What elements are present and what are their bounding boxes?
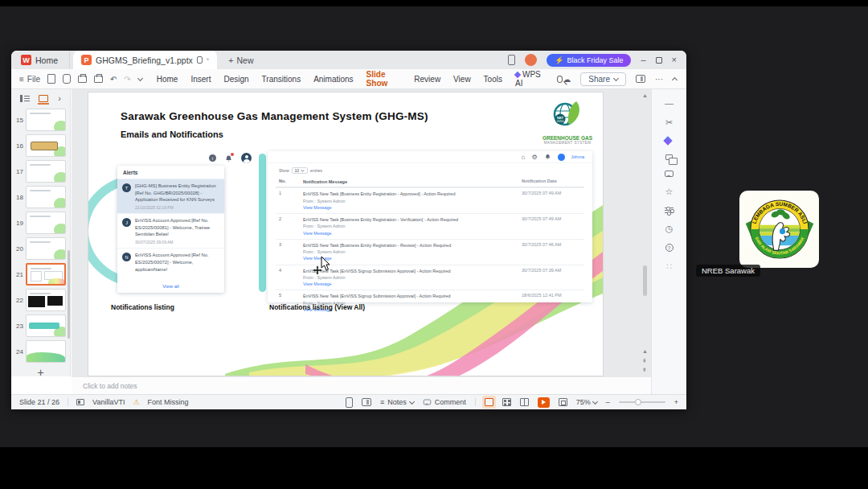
collapse-rail-icon[interactable]: — [665, 99, 674, 108]
slide-title: Sarawak Greenhouse Gas Management System… [121, 110, 428, 122]
document-title: GHGMS_Briefing_v1.pptx [96, 55, 193, 65]
next-slide-icon[interactable]: ⇟ [642, 367, 647, 372]
redo-icon[interactable]: ↷ [124, 75, 130, 84]
slide-canvas[interactable]: Sarawak Greenhouse Gas Management System… [88, 92, 603, 376]
menu-insert[interactable]: Insert [190, 72, 211, 87]
quick-access-chevron-icon[interactable] [137, 75, 143, 80]
col-date: Notification Date [522, 179, 584, 185]
phone-view-icon[interactable] [346, 397, 353, 408]
ai-assistant-icon[interactable] [663, 136, 672, 145]
menu-view[interactable]: View [453, 72, 471, 87]
slideshow-play-button[interactable] [538, 397, 550, 408]
more-options-icon[interactable]: ··· [655, 75, 663, 84]
tab-home[interactable]: W Home [19, 51, 70, 69]
thumbnail-slide-20[interactable]: 20 [13, 237, 70, 260]
notes-toggle[interactable]: ≡ Notes [380, 398, 414, 406]
thumbnail-slide-18[interactable]: 18 [13, 186, 70, 208]
reading-view-icon[interactable] [520, 398, 529, 406]
scroll-up-icon[interactable]: ▲ [642, 92, 648, 98]
settings-sliders-icon[interactable] [665, 207, 674, 214]
menu-tools[interactable]: Tools [484, 72, 502, 87]
print-preview-icon[interactable] [94, 76, 103, 83]
thumbnail-slide-15[interactable]: 15 [13, 109, 70, 131]
panel-scrollbar[interactable] [68, 250, 70, 339]
zoom-slider[interactable] [619, 401, 665, 403]
ghgms-brand-logo: NET 2050 GREENHOUSE GAS MANAGEMENT SYSTE… [538, 99, 596, 145]
collapse-ribbon-icon[interactable] [672, 76, 678, 82]
view-message-link: View Message [303, 281, 332, 286]
menu-tabs: Home Insert Design Transitions Animation… [157, 67, 563, 91]
participant-video-tile[interactable]: LEMBAGA SUMBER ASLI DAN ALAM SEKITAR SAR… [739, 191, 819, 268]
user-avatar-icon [241, 153, 252, 163]
alert-text: [GHG-MS] Business Entity Registration [R… [135, 183, 219, 203]
favorites-star-icon[interactable]: ☆ [665, 187, 674, 196]
file-menu[interactable]: ≡ File [19, 75, 40, 84]
scrollbar-thumb[interactable] [643, 265, 647, 296]
slide-view-icon[interactable] [39, 95, 48, 102]
undo-icon[interactable]: ↶ [110, 75, 117, 84]
thumbnail-slide-19[interactable]: 19 [13, 212, 70, 234]
zoom-level[interactable]: 75% [576, 398, 597, 406]
thumbnail-slide-22[interactable]: 22 [13, 289, 70, 311]
participant-name-badge: NREB Sarawak [696, 265, 760, 277]
share-button[interactable]: Share [580, 72, 626, 86]
print-icon[interactable] [78, 76, 87, 83]
help-icon[interactable]: ? [665, 244, 674, 252]
restore-button[interactable] [656, 57, 662, 64]
font-missing-warning[interactable]: Font Missing [147, 398, 188, 406]
zoom-out-button[interactable]: – [606, 398, 610, 406]
ai-sparkle-icon [514, 72, 521, 78]
menu-review[interactable]: Review [414, 72, 440, 87]
table-row: 2 EnVISS New Task [Business Entity Regis… [276, 213, 584, 239]
output-icon[interactable] [63, 74, 71, 84]
new-tab-button[interactable]: + New [228, 55, 253, 65]
previous-slide-icon[interactable]: ⇞ [642, 358, 647, 364]
menu-transitions[interactable]: Transitions [262, 72, 301, 87]
menu-slide-show[interactable]: Slide Show [366, 67, 402, 91]
close-button[interactable]: × [672, 55, 677, 64]
notes-chevron-icon [409, 398, 415, 404]
menu-wps-ai[interactable]: WPS AI [515, 67, 544, 91]
task-pane-icon[interactable] [636, 75, 645, 83]
mobile-device-icon[interactable] [508, 55, 515, 65]
history-clock-icon[interactable]: ◷ [665, 224, 674, 233]
theme-name[interactable]: VanillaVTI [92, 398, 125, 406]
minimize-button[interactable]: – [641, 55, 645, 64]
account-avatar[interactable] [525, 54, 537, 66]
quick-tools-icon[interactable]: ✂ [665, 118, 673, 127]
save-icon[interactable] [47, 74, 55, 84]
slide-subtitle: Emails and Notifications [121, 129, 223, 139]
thumbnail-slide-17[interactable]: 17 [13, 160, 70, 183]
outline-view-icon[interactable] [20, 95, 29, 102]
thumbnail-slide-21-selected[interactable]: 21 [13, 263, 70, 286]
handout-icon[interactable] [362, 398, 371, 406]
bell-icon [544, 154, 550, 160]
zoom-slider-knob[interactable] [635, 399, 641, 405]
search-icon[interactable] [557, 76, 563, 83]
comment-pane-icon[interactable] [665, 171, 674, 177]
notifications-screenshot: ⌂ ⚙ Johnna Show 10 entries [268, 151, 592, 302]
comment-button[interactable]: Comment [423, 398, 466, 406]
bell-icon [225, 154, 232, 162]
shapes-icon[interactable] [665, 154, 673, 160]
apps-grid-icon[interactable]: ∷ [666, 262, 672, 271]
scroll-down-icon[interactable]: ▲ [642, 348, 648, 354]
menu-design[interactable]: Design [223, 72, 248, 87]
fit-slide-icon[interactable] [559, 398, 567, 406]
canvas-scrollbar[interactable]: ▲ ▲ ⇞ ⇟ [640, 89, 651, 376]
comment-label: Comment [435, 398, 466, 406]
promo-button[interactable]: ⚡ Black Friday Sale [547, 54, 631, 67]
zoom-in-button[interactable]: + [674, 398, 678, 406]
thumbnail-slide-23[interactable]: 23 [13, 314, 70, 337]
menu-animations[interactable]: Animations [313, 72, 353, 87]
add-slide-button[interactable]: + [11, 366, 70, 379]
slide-sorter-view-icon[interactable] [502, 398, 511, 406]
thumbnail-slide-24[interactable]: 24 [13, 340, 70, 363]
menu-home[interactable]: Home [157, 72, 178, 87]
thumbnail-slide-16[interactable]: 16 [13, 134, 70, 157]
collapse-panel-icon[interactable]: › [58, 93, 61, 103]
svg-text:2050: 2050 [557, 119, 565, 123]
normal-view-icon[interactable] [485, 398, 493, 406]
col-message: Notification Message [303, 179, 522, 185]
notes-strip[interactable]: Click to add notes [72, 376, 651, 394]
